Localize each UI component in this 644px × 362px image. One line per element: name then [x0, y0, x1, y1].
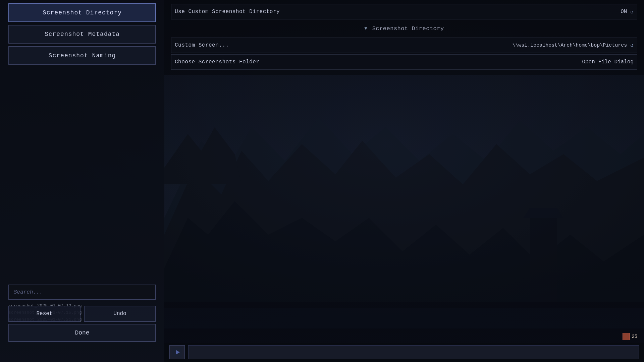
reset-button[interactable]: Reset	[8, 306, 80, 322]
hud-element: 25	[623, 333, 637, 340]
use-custom-directory-label: Use Custom Screenshot Directory	[175, 9, 280, 15]
media-progress-bar[interactable]	[188, 345, 639, 359]
choose-folder-label: Choose Screenshots Folder	[175, 59, 260, 65]
nav-button-screenshot-metadata[interactable]: Screenshot Metadata	[8, 25, 156, 44]
hud-value: 25	[632, 334, 637, 339]
nav-button-screenshot-naming[interactable]: Screenshot Naming	[8, 46, 156, 65]
setting-row-choose-folder: Choose Screenshots Folder Open File Dial…	[171, 54, 637, 70]
settings-content: Use Custom Screenshot Directory ON ↺ ▼ S…	[164, 0, 644, 75]
open-file-dialog-button[interactable]: Open File Dialog	[582, 59, 634, 65]
nav-buttons: Screenshot Directory Screenshot Metadata…	[8, 3, 156, 68]
reset-icon-path[interactable]: ↺	[630, 42, 634, 49]
search-input[interactable]	[8, 285, 156, 300]
hud-icon	[623, 333, 630, 340]
bottom-action-buttons: Reset Undo	[8, 306, 156, 322]
nav-button-screenshot-directory[interactable]: Screenshot Directory	[8, 3, 156, 22]
svg-rect-8	[164, 308, 644, 328]
bottom-media-bar	[164, 343, 644, 362]
setting-row-directory-header: ▼ Screenshot Directory	[171, 21, 637, 36]
setting-row-use-custom-directory: Use Custom Screenshot Directory ON ↺	[171, 4, 637, 19]
toggle-on-label[interactable]: ON	[621, 9, 627, 15]
media-thumbnail[interactable]	[169, 345, 185, 359]
custom-path-value[interactable]: \\wsl.localhost\Arch\home\bop\Pictures	[512, 43, 627, 48]
done-button[interactable]: Done	[8, 324, 156, 342]
use-custom-directory-controls: ON ↺	[621, 8, 634, 15]
custom-path-label: Custom Screen...	[175, 42, 229, 48]
undo-button[interactable]: Undo	[84, 306, 156, 322]
reset-icon-directory-toggle[interactable]: ↺	[630, 8, 634, 15]
setting-row-custom-path: Custom Screen... \\wsl.localhost\Arch\ho…	[171, 38, 637, 53]
screenshot-directory-header-label: Screenshot Directory	[372, 25, 444, 32]
svg-marker-5	[523, 208, 564, 218]
triangle-icon: ▼	[364, 26, 367, 31]
custom-path-controls: \\wsl.localhost\Arch\home\bop\Pictures ↺	[512, 42, 634, 49]
search-bar-container	[8, 285, 156, 300]
